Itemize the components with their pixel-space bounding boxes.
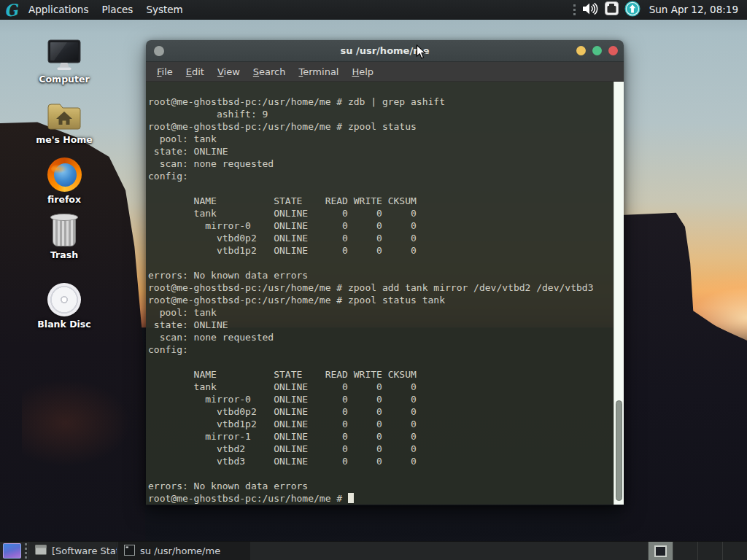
- wallpaper-rust-streak: [22, 379, 131, 467]
- close-button[interactable]: [608, 46, 618, 55]
- firefox-icon: [47, 158, 82, 192]
- clock[interactable]: Sun Apr 12, 08:19: [646, 4, 738, 15]
- desktop-icon-label: Blank Disc: [29, 319, 99, 330]
- ghostbsd-logo-icon[interactable]: G: [0, 0, 23, 20]
- workspace-1[interactable]: [648, 542, 673, 560]
- menu-file[interactable]: File: [150, 63, 179, 80]
- menu-system[interactable]: System: [139, 1, 189, 18]
- desktop-icon-firefox[interactable]: firefox: [29, 157, 99, 205]
- menu-places[interactable]: Places: [95, 1, 139, 18]
- menu-help[interactable]: Help: [345, 63, 380, 80]
- workspace-3[interactable]: [697, 542, 722, 560]
- workspace-2[interactable]: [673, 542, 697, 560]
- menu-terminal[interactable]: Terminal: [293, 63, 346, 80]
- workspace-switcher: [648, 542, 747, 560]
- window-title: su /usr/home/me: [146, 45, 624, 56]
- scrollbar-track[interactable]: [614, 82, 624, 505]
- terminal-cursor: [348, 493, 354, 503]
- desktop-icon-label: Computer: [29, 74, 99, 85]
- taskbar-item-terminal[interactable]: su /usr/home/me: [117, 542, 250, 560]
- taskbar-item-software-station[interactable]: [Software Station (as su...: [28, 542, 117, 560]
- optical-disc-icon: [47, 283, 81, 316]
- panel-grip-handle[interactable]: [572, 4, 577, 15]
- monitor-icon: [29, 36, 99, 71]
- taskbar: [Software Station (as su... su /usr/home…: [0, 541, 747, 560]
- desktop-icon-blank-disc[interactable]: Blank Disc: [29, 281, 99, 330]
- update-icon[interactable]: [624, 1, 640, 19]
- taskbar-item-label: su /usr/home/me: [140, 545, 220, 556]
- show-desktop-icon: [3, 543, 21, 559]
- window-menubar: File Edit View Search Terminal Help: [146, 62, 624, 82]
- trash-icon: [50, 214, 78, 247]
- top-panel: G Applications Places System: [0, 0, 747, 20]
- terminal-screen[interactable]: root@me-ghostbsd-pc:/usr/home/me # zdb |…: [146, 82, 624, 505]
- mouse-cursor-icon: [416, 44, 427, 63]
- show-desktop-button[interactable]: [0, 542, 23, 560]
- desktop-icon-home[interactable]: me's Home: [29, 97, 99, 145]
- menu-edit[interactable]: Edit: [179, 63, 211, 80]
- workspace-4[interactable]: [722, 542, 747, 560]
- battery-icon[interactable]: [605, 1, 619, 18]
- home-folder-icon: [29, 97, 99, 132]
- desktop-icon-label: Trash: [29, 249, 99, 260]
- scrollbar-thumb[interactable]: [616, 400, 622, 501]
- maximize-button[interactable]: [592, 46, 602, 55]
- menu-applications[interactable]: Applications: [22, 1, 95, 18]
- taskbar-item-label: [Software Station (as su...: [52, 545, 117, 556]
- desktop-icon-label: firefox: [29, 194, 99, 205]
- taskbar-grip-handle[interactable]: [23, 543, 28, 559]
- window-titlebar[interactable]: su /usr/home/me: [146, 40, 624, 62]
- volume-icon[interactable]: [583, 2, 599, 18]
- app-window-icon: [35, 545, 47, 557]
- workspace-window-thumbnail: [654, 545, 667, 557]
- terminal-icon: [124, 545, 135, 558]
- terminal-window: su /usr/home/me File Edit View Search Te…: [146, 40, 624, 505]
- menu-view[interactable]: View: [211, 63, 247, 80]
- menu-search[interactable]: Search: [247, 63, 293, 80]
- desktop-icon-computer[interactable]: Computer: [29, 36, 99, 85]
- terminal-output: root@me-ghostbsd-pc:/usr/home/me # zdb |…: [146, 82, 624, 505]
- desktop-icon-trash[interactable]: Trash: [29, 212, 99, 260]
- minimize-button[interactable]: [576, 46, 586, 55]
- window-app-icon: [154, 46, 164, 56]
- desktop-icon-label: me's Home: [29, 134, 99, 145]
